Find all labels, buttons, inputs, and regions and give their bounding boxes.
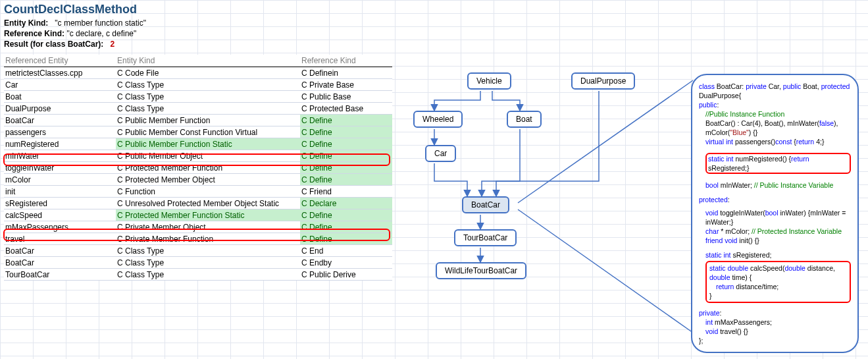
cell-entity[interactable]: passengers: [4, 126, 116, 138]
class-diagram: Vehicle DualPurpose Wheeled Boat Car Boa…: [395, 66, 691, 329]
meta-reference-kind: Reference Kind: "c declare, c define": [4, 28, 864, 39]
cell-ref[interactable]: C Define: [300, 233, 392, 245]
cell-entity[interactable]: TourBoatCar: [4, 269, 116, 281]
table-row[interactable]: initC FunctionC Friend: [4, 186, 392, 198]
cell-kind[interactable]: C Protected Member Function Static: [116, 209, 300, 221]
cell-entity[interactable]: calcSpeed: [4, 209, 116, 221]
cell-ref[interactable]: C Define: [300, 162, 392, 174]
meta-result-value: 2: [110, 40, 115, 49]
cell-ref[interactable]: C Define: [300, 115, 392, 126]
table-row[interactable]: BoatCarC Public Member FunctionC Define: [4, 115, 392, 126]
cell-kind[interactable]: C Class Type: [116, 245, 300, 257]
meta-result: Result (for class BoatCar): 2: [4, 39, 864, 49]
node-boatcar[interactable]: BoatCar: [462, 196, 509, 213]
table-row[interactable]: metrictestClasses.cppC Code FileC Define…: [4, 67, 392, 79]
cell-kind[interactable]: C Public Member Function: [116, 115, 300, 126]
table-row[interactable]: BoatC Class TypeC Public Base: [4, 91, 392, 103]
kw-class: class: [699, 82, 715, 90]
cell-kind[interactable]: C Protected Member Function: [116, 162, 300, 174]
cell-entity[interactable]: numRegistered: [4, 138, 116, 150]
cell-kind[interactable]: C Private Member Function: [116, 233, 300, 245]
table-row[interactable]: numRegisteredC Public Member Function St…: [4, 138, 392, 150]
table-row[interactable]: travelC Private Member FunctionC Define: [4, 233, 392, 245]
cell-entity[interactable]: init: [4, 186, 116, 198]
table-row[interactable]: calcSpeedC Protected Member Function Sta…: [4, 209, 392, 221]
cell-ref[interactable]: C Declare: [300, 198, 392, 209]
cell-ref[interactable]: C Define: [300, 209, 392, 221]
table-row[interactable]: toggleInWaterC Protected Member Function…: [4, 162, 392, 174]
cell-kind[interactable]: C Class Type: [116, 79, 300, 91]
cell-entity[interactable]: mInWater: [4, 150, 116, 162]
meta-entity-kind-value: "c member function static": [55, 18, 146, 28]
cell-entity[interactable]: BoatCar: [4, 257, 116, 269]
col-header-ref[interactable]: Reference Kind: [300, 55, 392, 67]
cell-kind[interactable]: C Public Member Object: [116, 150, 300, 162]
code-redbox-calcspeed: static double calcSpeed(double distance,…: [705, 261, 851, 303]
table-row[interactable]: mInWaterC Public Member ObjectC Define: [4, 150, 392, 162]
col-header-entity[interactable]: Referenced Entity: [4, 55, 116, 67]
code-redbox-numregistered: static int numRegistered() {return sRegi…: [705, 153, 851, 174]
cell-kind[interactable]: C Unresolved Protected Member Object Sta…: [116, 198, 300, 209]
meta-reference-kind-value: "c declare, c define": [66, 29, 136, 38]
cell-kind[interactable]: C Function: [116, 186, 300, 198]
table-row[interactable]: sRegisteredC Unresolved Protected Member…: [4, 198, 392, 209]
cell-ref[interactable]: C Define: [300, 221, 392, 233]
cell-kind[interactable]: C Class Type: [116, 103, 300, 115]
meta-reference-kind-label: Reference Kind:: [4, 29, 64, 38]
node-wheeled[interactable]: Wheeled: [413, 111, 463, 128]
cell-entity[interactable]: Boat: [4, 91, 116, 103]
entity-table: Referenced Entity Entity Kind Reference …: [4, 55, 392, 281]
meta-entity-kind-label: Entity Kind:: [4, 18, 48, 28]
cell-kind[interactable]: C Public Member Const Function Virtual: [116, 126, 300, 138]
cell-ref[interactable]: C Define: [300, 174, 392, 186]
cell-entity[interactable]: mMaxPassengers: [4, 221, 116, 233]
cell-kind[interactable]: C Code File: [116, 67, 300, 79]
cell-ref[interactable]: C Definein: [300, 67, 392, 79]
table-row[interactable]: DualPurposeC Class TypeC Protected Base: [4, 103, 392, 115]
cell-ref[interactable]: C Protected Base: [300, 103, 392, 115]
node-tourboatcar[interactable]: TourBoatCar: [454, 229, 517, 246]
table-row[interactable]: BoatCarC Class TypeC End: [4, 245, 392, 257]
node-car[interactable]: Car: [425, 145, 456, 162]
table-row[interactable]: TourBoatCarC Class TypeC Public Derive: [4, 269, 392, 281]
cell-kind[interactable]: C Protected Member Object: [116, 174, 300, 186]
col-header-kind[interactable]: Entity Kind: [116, 55, 300, 67]
node-wildlife[interactable]: WildLifeTourBoatCar: [436, 262, 526, 279]
cell-entity[interactable]: DualPurpose: [4, 103, 116, 115]
cell-entity[interactable]: metrictestClasses.cpp: [4, 67, 116, 79]
cell-kind[interactable]: C Class Type: [116, 91, 300, 103]
cell-entity[interactable]: BoatCar: [4, 245, 116, 257]
node-vehicle[interactable]: Vehicle: [467, 72, 511, 90]
cell-ref[interactable]: C Private Base: [300, 79, 392, 91]
cell-kind[interactable]: C Private Member Object: [116, 221, 300, 233]
cell-kind[interactable]: C Class Type: [116, 269, 300, 281]
code-panel: class BoatCar: private Car, public Boat,…: [691, 74, 859, 353]
cell-kind[interactable]: C Public Member Function Static: [116, 138, 300, 150]
table-row[interactable]: mColorC Protected Member ObjectC Define: [4, 174, 392, 186]
page-title: CountDeclClassMethod: [4, 3, 864, 16]
meta-entity-kind: Entity Kind: "c member function static": [4, 18, 864, 28]
table-row[interactable]: BoatCarC Class TypeC Endby: [4, 257, 392, 269]
cell-entity[interactable]: toggleInWater: [4, 162, 116, 174]
cell-entity[interactable]: Car: [4, 79, 116, 91]
cell-entity[interactable]: sRegistered: [4, 198, 116, 209]
node-boat[interactable]: Boat: [507, 111, 542, 128]
cell-ref[interactable]: C Public Base: [300, 91, 392, 103]
cell-ref[interactable]: C Friend: [300, 186, 392, 198]
cell-ref[interactable]: C End: [300, 245, 392, 257]
cell-ref[interactable]: C Public Derive: [300, 269, 392, 281]
table-row[interactable]: passengersC Public Member Const Function…: [4, 126, 392, 138]
cell-kind[interactable]: C Class Type: [116, 257, 300, 269]
table-row[interactable]: CarC Class TypeC Private Base: [4, 79, 392, 91]
cell-entity[interactable]: travel: [4, 233, 116, 245]
cell-ref[interactable]: C Define: [300, 150, 392, 162]
code-comment: //Public Instance Function: [699, 109, 851, 119]
cell-ref[interactable]: C Define: [300, 138, 392, 150]
table-row[interactable]: mMaxPassengersC Private Member ObjectC D…: [4, 221, 392, 233]
meta-result-label: Result (for class BoatCar):: [4, 40, 103, 49]
node-dualpurpose[interactable]: DualPurpose: [571, 72, 635, 90]
cell-ref[interactable]: C Endby: [300, 257, 392, 269]
cell-ref[interactable]: C Define: [300, 126, 392, 138]
cell-entity[interactable]: mColor: [4, 174, 116, 186]
cell-entity[interactable]: BoatCar: [4, 115, 116, 126]
